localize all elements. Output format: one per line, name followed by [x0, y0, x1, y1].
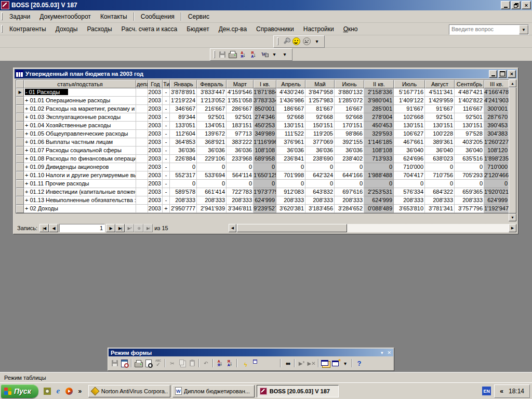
value-cell[interactable]: 1'146'185: [364, 138, 394, 147]
value-cell[interactable]: 850'001: [254, 105, 276, 113]
department-cell[interactable]: [136, 188, 148, 196]
value-cell[interactable]: 4'166'478: [484, 88, 509, 97]
row-selector[interactable]: [16, 147, 24, 155]
value-cell[interactable]: 236'841: [276, 155, 305, 163]
value-cell[interactable]: 1'116'996: [254, 138, 276, 147]
task-button[interactable]: WДиплом бюджетирован...: [172, 385, 255, 397]
value-cell[interactable]: 533'694: [197, 171, 227, 180]
department-cell[interactable]: [136, 163, 148, 171]
value-cell[interactable]: 208'333: [276, 196, 305, 205]
header-cell[interactable]: Ти: [163, 80, 170, 88]
combo-dropdown-button[interactable]: ▼: [519, 25, 528, 34]
department-cell[interactable]: [136, 205, 148, 213]
header-cell[interactable]: Сентябрь: [455, 80, 484, 88]
spelling-button[interactable]: [153, 358, 163, 369]
value-cell[interactable]: 403'205: [455, 138, 484, 147]
value-cell[interactable]: 16'667: [335, 105, 364, 113]
view-form-button[interactable]: [119, 358, 129, 369]
sort-desc-button[interactable]: ЯА↓: [248, 49, 259, 60]
value-cell[interactable]: 287'670: [484, 113, 509, 122]
value-cell[interactable]: 3'878'891: [170, 88, 197, 97]
header-cell[interactable]: статья/подстатья: [24, 80, 136, 88]
value-cell[interactable]: 722'783: [227, 188, 254, 196]
header-cell[interactable]: I кв.: [254, 80, 276, 88]
next-record-button[interactable]: ▶: [106, 224, 115, 232]
minimize-button[interactable]: [501, 1, 510, 9]
year-cell[interactable]: 2003: [148, 155, 163, 163]
year-cell[interactable]: 2003: [148, 105, 163, 113]
value-cell[interactable]: 383'222: [227, 138, 254, 147]
value-cell[interactable]: 2'941'939: [197, 205, 227, 213]
value-cell[interactable]: 661'414: [197, 188, 227, 196]
value-cell[interactable]: 36'036: [197, 147, 227, 155]
value-cell[interactable]: 3'620'381: [276, 205, 305, 213]
close-button[interactable]: ×: [522, 1, 531, 9]
chevron-button[interactable]: »: [75, 387, 85, 396]
row-selector[interactable]: [16, 113, 24, 122]
task-button[interactable]: BOSS [20.05.03] V 187: [257, 385, 339, 397]
article-cell[interactable]: + 01.01 Операционные расходы: [24, 97, 136, 105]
value-cell[interactable]: 208'333: [170, 196, 197, 205]
value-cell[interactable]: 183'151: [227, 122, 254, 130]
value-cell[interactable]: 0: [394, 180, 425, 188]
value-cell[interactable]: 170'151: [335, 122, 364, 130]
value-cell[interactable]: 286'667: [227, 105, 254, 113]
value-cell[interactable]: 130'151: [425, 122, 455, 130]
toolbar-close-icon[interactable]: ✕: [387, 350, 391, 355]
value-cell[interactable]: 329'593: [364, 130, 394, 138]
value-cell[interactable]: 450'453: [364, 122, 394, 130]
row-selector[interactable]: [16, 97, 24, 105]
type-cell[interactable]: -: [163, 130, 170, 138]
department-cell[interactable]: [136, 155, 148, 163]
value-cell[interactable]: 89'344: [170, 113, 197, 122]
value-cell[interactable]: 97'713: [227, 130, 254, 138]
header-cell[interactable]: Август: [425, 80, 455, 88]
article-cell[interactable]: + 01.11 Прочие расходы: [24, 180, 136, 188]
value-cell[interactable]: 376'961: [276, 138, 305, 147]
row-selector[interactable]: [16, 155, 24, 163]
year-cell[interactable]: 2003: [148, 113, 163, 122]
window-close-button[interactable]: ×: [508, 70, 516, 78]
new-record-button[interactable]: ▶*: [125, 224, 134, 232]
value-cell[interactable]: 92'501: [455, 113, 484, 122]
vertical-scrollbar[interactable]: ▲ ▼: [509, 79, 516, 221]
value-cell[interactable]: 364'853: [170, 138, 197, 147]
first-record-button[interactable]: |◀: [39, 224, 49, 232]
value-cell[interactable]: 91'667: [394, 105, 425, 113]
type-cell[interactable]: +: [163, 205, 170, 213]
value-cell[interactable]: 3'880'132: [335, 88, 364, 97]
value-cell[interactable]: 226'884: [170, 155, 197, 163]
value-cell[interactable]: 0: [455, 163, 484, 171]
value-cell[interactable]: 102'668: [394, 113, 425, 122]
article-cell[interactable]: + 01.06 Выплаты частным лицам: [24, 138, 136, 147]
value-cell[interactable]: 0: [305, 163, 335, 171]
value-cell[interactable]: 2'950'777: [170, 205, 197, 213]
ie-button[interactable]: e: [54, 387, 63, 396]
article-cell[interactable]: + 01.07 Расходы социальной сферы: [24, 147, 136, 155]
header-cell[interactable]: Июнь: [335, 80, 364, 88]
value-cell[interactable]: 3'781'341: [425, 205, 455, 213]
value-cell[interactable]: 349'989: [254, 130, 276, 138]
value-cell[interactable]: 36'040: [455, 147, 484, 155]
year-cell[interactable]: 2003: [148, 188, 163, 196]
toolbar-grip[interactable]: [277, 37, 278, 45]
year-cell[interactable]: 2003: [148, 163, 163, 171]
year-cell[interactable]: 2003: [148, 196, 163, 205]
article-cell[interactable]: + 01.13 Невыполненные обязяательства :: [24, 196, 136, 205]
value-cell[interactable]: 552'317: [170, 171, 197, 180]
row-selector[interactable]: [16, 163, 24, 171]
value-cell[interactable]: 624'999: [364, 196, 394, 205]
year-cell[interactable]: 2003: [148, 130, 163, 138]
value-cell[interactable]: 467'661: [394, 138, 425, 147]
value-cell[interactable]: 208'333: [197, 196, 227, 205]
value-cell[interactable]: 0: [305, 180, 335, 188]
department-cell[interactable]: [136, 171, 148, 180]
scroll-left-button[interactable]: ◀: [229, 224, 236, 232]
department-cell[interactable]: [136, 88, 148, 97]
header-cell[interactable]: Февраль: [197, 80, 227, 88]
type-cell[interactable]: -: [163, 163, 170, 171]
value-cell[interactable]: 912'083: [276, 188, 305, 196]
smiley-button[interactable]: [291, 36, 301, 47]
toolbar-grip[interactable]: [1, 25, 3, 33]
record-number-input[interactable]: 1: [59, 224, 105, 232]
